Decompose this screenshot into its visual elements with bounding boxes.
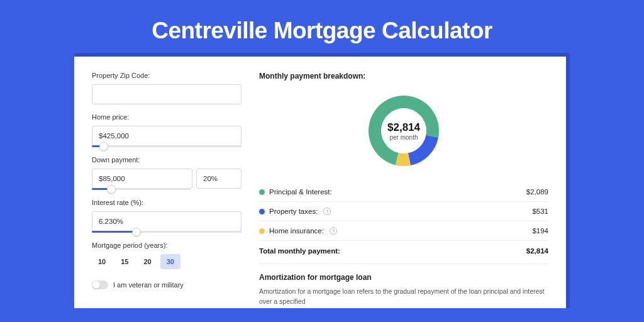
- legend-label: Property taxes:: [269, 208, 318, 215]
- donut-wrap: $2,814 per month: [259, 84, 548, 182]
- period-options: 10152030: [92, 254, 242, 269]
- period-field: Mortgage period (years): 10152030: [92, 242, 242, 269]
- period-label: Mortgage period (years):: [92, 242, 242, 249]
- down-label: Down payment:: [92, 156, 242, 164]
- amortization-heading: Amortization for mortgage loan: [259, 273, 548, 282]
- price-input[interactable]: [92, 126, 242, 146]
- zip-label: Property Zip Code:: [92, 72, 242, 79]
- down-slider[interactable]: [92, 188, 191, 190]
- veteran-toggle[interactable]: [92, 280, 108, 289]
- price-slider[interactable]: [92, 145, 242, 147]
- breakdown-heading: Monthly payment breakdown:: [259, 72, 548, 80]
- total-label: Total monthly payment:: [259, 247, 340, 255]
- zip-input[interactable]: [92, 84, 242, 104]
- form-panel: Property Zip Code: Home price: Down paym…: [92, 72, 242, 308]
- card-shadow: Property Zip Code: Home price: Down paym…: [74, 53, 570, 308]
- veteran-label: I am veteran or military: [113, 281, 184, 289]
- down-amount-input[interactable]: [92, 169, 192, 189]
- total-row: Total monthly payment: $2,814: [259, 240, 548, 264]
- period-option-15[interactable]: 15: [114, 254, 135, 269]
- period-option-20[interactable]: 20: [138, 254, 158, 269]
- price-slider-thumb[interactable]: [99, 142, 108, 151]
- rate-slider[interactable]: [92, 231, 242, 233]
- total-value: $2,814: [526, 247, 548, 255]
- legend-dot: [259, 189, 265, 195]
- down-percent-input[interactable]: [196, 169, 242, 189]
- legend-value: $531: [532, 208, 548, 215]
- veteran-row: I am veteran or military: [92, 280, 242, 289]
- rate-field: Interest rate (%):: [92, 199, 242, 233]
- rate-input[interactable]: [92, 211, 242, 231]
- legend-label: Principal & Interest:: [269, 188, 332, 196]
- legend-value: $2,089: [526, 188, 548, 196]
- amortization-section: Amortization for mortgage loan Amortizat…: [259, 264, 548, 307]
- help-icon[interactable]: ?: [330, 227, 337, 235]
- down-payment-field: Down payment:: [92, 156, 242, 190]
- period-option-10[interactable]: 10: [92, 254, 112, 269]
- rate-slider-fill: [92, 231, 136, 233]
- help-icon[interactable]: ?: [323, 208, 331, 215]
- calculator-card: Property Zip Code: Home price: Down paym…: [74, 57, 566, 308]
- donut-center: $2,814 per month: [364, 91, 444, 171]
- price-field: Home price:: [92, 113, 242, 147]
- period-option-30[interactable]: 30: [160, 254, 180, 269]
- legend-dot: [259, 228, 265, 234]
- legend-row: Home insurance:?$194: [259, 221, 548, 240]
- legend: Principal & Interest:$2,089Property taxe…: [259, 182, 548, 240]
- rate-slider-thumb[interactable]: [132, 228, 141, 236]
- legend-row: Property taxes:?$531: [259, 202, 548, 221]
- donut-amount: $2,814: [387, 121, 420, 134]
- rate-label: Interest rate (%):: [92, 199, 242, 206]
- price-label: Home price:: [92, 113, 242, 121]
- page-title: Centreville Mortgage Calculator: [0, 18, 644, 44]
- legend-label: Home insurance:: [269, 227, 324, 235]
- amortization-body: Amortization for a mortgage loan refers …: [259, 287, 548, 307]
- zip-field: Property Zip Code:: [92, 72, 242, 104]
- legend-row: Principal & Interest:$2,089: [259, 182, 548, 202]
- donut-chart: $2,814 per month: [364, 91, 444, 171]
- legend-value: $194: [532, 227, 548, 235]
- donut-sub: per month: [389, 134, 418, 141]
- breakdown-panel: Monthly payment breakdown: $2,814 per mo…: [259, 72, 548, 308]
- down-slider-thumb[interactable]: [107, 185, 116, 194]
- legend-dot: [259, 209, 265, 214]
